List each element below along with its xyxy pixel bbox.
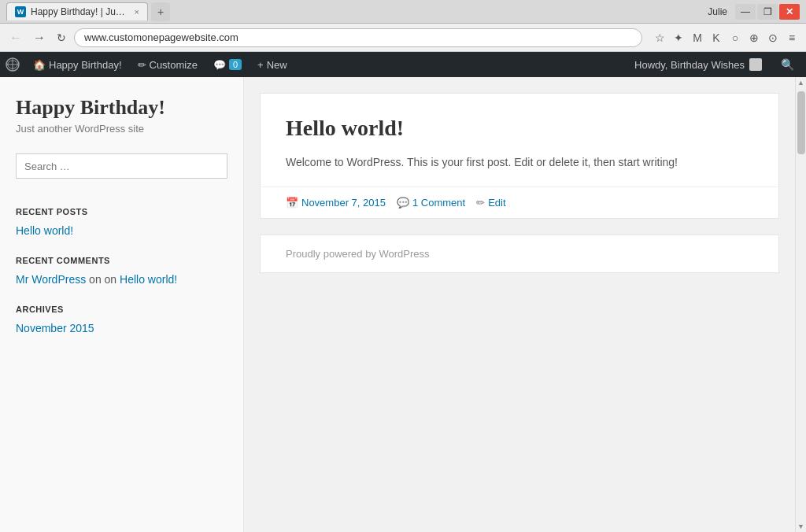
post-date-link[interactable]: November 7, 2015 — [301, 197, 386, 209]
post-comments-item: 💬 1 Comment — [397, 197, 465, 209]
gmail-icon[interactable]: M — [690, 30, 705, 46]
howdy-menu[interactable]: Howdy, Birthday Wishes — [628, 58, 768, 71]
post-content: Welcome to WordPress. This is your first… — [286, 153, 753, 171]
wp-admin-bar-right: Howdy, Birthday Wishes 🔍 — [628, 52, 806, 77]
user-avatar — [749, 58, 762, 71]
search-input[interactable] — [16, 153, 227, 179]
archives-title: ARCHIVES — [16, 305, 227, 314]
comment-icon: 💬 — [213, 59, 226, 71]
new-label: New — [267, 59, 287, 71]
comment-on-text: on — [105, 273, 117, 286]
close-button[interactable]: ✕ — [779, 4, 800, 20]
tab-favicon: W — [15, 6, 26, 17]
maximize-button[interactable]: ❒ — [757, 4, 778, 20]
post-title: Hello world! — [286, 116, 753, 141]
minimize-button[interactable]: — — [735, 4, 756, 20]
tab-label: Happy Birthday! | Just an... — [31, 6, 127, 17]
post-comments-link[interactable]: 1 Comment — [412, 197, 465, 209]
new-tab-button[interactable]: + — [151, 2, 170, 21]
refresh-button[interactable]: ↻ — [54, 30, 69, 46]
address-bar[interactable]: www.customonepagewebsite.com — [74, 28, 642, 47]
color-wheel-icon[interactable]: ✦ — [671, 30, 686, 46]
wp-admin-bar-left: 🏠 Happy Birthday! ✏ Customize 💬 0 + New — [0, 52, 628, 77]
edit-icon: ✏ — [476, 197, 485, 209]
comments-count: 0 — [229, 59, 242, 70]
forward-button[interactable]: → — [30, 29, 49, 46]
commenter-link[interactable]: Mr WordPress — [16, 273, 86, 286]
site-tagline: Just another WordPress site — [16, 123, 227, 135]
scrollbar-thumb[interactable] — [797, 91, 805, 154]
site-name-link[interactable]: 🏠 Happy Birthday! — [25, 52, 130, 77]
home-icon: 🏠 — [33, 59, 46, 71]
window-username: Julie — [708, 6, 727, 17]
new-content-link[interactable]: + New — [250, 52, 295, 77]
comment-bubble-icon: 💬 — [397, 197, 409, 209]
post-edit-item: ✏ Edit — [476, 197, 505, 209]
howdy-label: Howdy, Birthday Wishes — [634, 59, 745, 71]
recent-post-link[interactable]: Hello world! — [16, 224, 227, 237]
nav-icons: ☆ ✦ M K ○ ⊕ ⊙ ≡ — [652, 30, 800, 46]
wp-logo-icon[interactable] — [0, 52, 25, 77]
extension2-icon[interactable]: ⊕ — [746, 30, 762, 46]
post-body: Hello world! Welcome to WordPress. This … — [261, 94, 778, 187]
menu-icon[interactable]: ≡ — [784, 30, 800, 46]
navigation-bar: ← → ↻ www.customonepagewebsite.com ☆ ✦ M… — [0, 24, 806, 52]
customize-icon: ✏ — [138, 59, 146, 71]
scrollbar[interactable]: ▲ ▼ — [795, 77, 806, 532]
wp-admin-bar: 🏠 Happy Birthday! ✏ Customize 💬 0 + New … — [0, 52, 806, 77]
instagram-icon[interactable]: ⊙ — [765, 30, 781, 46]
content-area: Hello world! Welcome to WordPress. This … — [244, 77, 795, 532]
archive-link[interactable]: November 2015 — [16, 322, 227, 334]
post-meta: 📅 November 7, 2015 💬 1 Comment ✏ Edit — [261, 187, 778, 218]
plus-icon: + — [257, 59, 264, 71]
site-footer: Proudly powered by WordPress — [260, 235, 779, 273]
window-controls: Julie — ❒ ✕ — [708, 4, 800, 20]
recent-posts-widget: RECENT POSTS Hello world! — [16, 207, 227, 237]
site-name-label: Happy Birthday! — [49, 59, 122, 71]
recent-posts-title: RECENT POSTS — [16, 207, 227, 216]
scroll-up-button[interactable]: ▲ — [796, 77, 807, 88]
keyboard-icon[interactable]: K — [708, 30, 724, 46]
back-button[interactable]: ← — [6, 29, 25, 46]
post-edit-link[interactable]: Edit — [488, 197, 505, 209]
admin-search-icon[interactable]: 🔍 — [775, 52, 800, 77]
footer-text: Proudly powered by WordPress — [286, 248, 753, 260]
post-date-item: 📅 November 7, 2015 — [286, 197, 386, 209]
scrollbar-track[interactable] — [796, 88, 806, 521]
calendar-icon: 📅 — [286, 197, 298, 209]
recent-comments-title: RECENT COMMENTS — [16, 256, 227, 265]
url-text: www.customonepagewebsite.com — [84, 31, 238, 43]
sidebar: Happy Birthday! Just another WordPress s… — [0, 77, 244, 532]
comments-link[interactable]: 💬 0 — [205, 52, 250, 77]
browser-tab[interactable]: W Happy Birthday! | Just an... × — [6, 2, 148, 20]
commented-post-link[interactable]: Hello world! — [120, 273, 177, 286]
bookmark-star-icon[interactable]: ☆ — [652, 30, 667, 46]
recent-comment-item: Mr WordPress on on Hello world! — [16, 273, 227, 286]
title-bar: W Happy Birthday! | Just an... × + Julie… — [0, 0, 806, 24]
recent-comments-widget: RECENT COMMENTS Mr WordPress on on Hello… — [16, 256, 227, 286]
customize-link[interactable]: ✏ Customize — [130, 52, 205, 77]
browser-window: W Happy Birthday! | Just an... × + Julie… — [0, 0, 806, 532]
extension1-icon[interactable]: ○ — [727, 30, 743, 46]
post-card: Hello world! Welcome to WordPress. This … — [260, 93, 779, 219]
site-title: Happy Birthday! — [16, 96, 227, 120]
main-content: Happy Birthday! Just another WordPress s… — [0, 77, 806, 532]
scroll-down-button[interactable]: ▼ — [796, 521, 807, 532]
customize-label: Customize — [150, 59, 198, 71]
archives-widget: ARCHIVES November 2015 — [16, 305, 227, 334]
tab-close-button[interactable]: × — [135, 7, 139, 17]
